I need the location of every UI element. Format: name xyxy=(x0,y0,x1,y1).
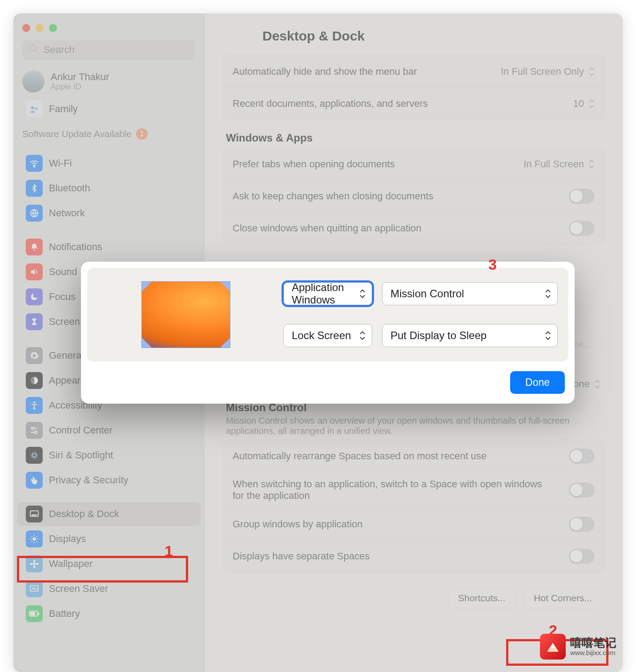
globe-icon xyxy=(26,205,43,222)
row-mc-separate-spaces[interactable]: Displays have separate Spaces xyxy=(223,540,604,572)
flower-icon xyxy=(26,555,43,572)
hot-corner-bottom-left-select[interactable]: Lock Screen xyxy=(283,324,372,347)
row-auto-hide-menubar[interactable]: Automatically hide and show the menu bar… xyxy=(223,56,604,88)
family-icon xyxy=(26,101,43,117)
stepper-icon xyxy=(588,67,595,77)
svg-line-24 xyxy=(36,536,37,537)
stepper-icon xyxy=(545,289,551,299)
row-value: In Full Screen Only xyxy=(501,66,584,77)
group-mission-control: Automatically rearrange Spaces based on … xyxy=(222,440,605,573)
row-mc-auto-rearrange[interactable]: Automatically rearrange Spaces based on … xyxy=(223,440,604,472)
svg-point-9 xyxy=(32,427,34,430)
toggle[interactable] xyxy=(569,189,595,204)
sidebar-item-label: Notifications xyxy=(49,241,192,253)
bell-icon xyxy=(26,239,43,255)
sidebar-item-family[interactable]: Family xyxy=(17,97,201,121)
page-title: Desktop & Dock xyxy=(222,15,605,55)
done-button[interactable]: Done xyxy=(510,371,565,394)
stepper-icon xyxy=(588,159,595,169)
moon-icon xyxy=(26,288,43,305)
button-label: Done xyxy=(525,376,550,388)
row-value: 10 xyxy=(573,98,584,109)
hourglass-icon xyxy=(26,313,43,330)
sidebar-item-label: Privacy & Security xyxy=(49,474,192,486)
minimize-window-button[interactable] xyxy=(36,24,44,32)
row-label: Automatically rearrange Spaces based on … xyxy=(233,450,487,462)
row-label: Automatically hide and show the menu bar xyxy=(233,66,417,77)
sidebar-item-control-center[interactable]: Control Center xyxy=(17,418,201,442)
software-update-label: Software Update Available xyxy=(22,129,132,139)
sidebar-item-siri-spotlight[interactable]: Siri & Spotlight xyxy=(17,443,201,467)
hot-corner-top-right-select[interactable]: Mission Control xyxy=(382,282,558,305)
svg-point-17 xyxy=(32,537,36,540)
select-value: Put Display to Sleep xyxy=(390,329,487,342)
sidebar-item-label: Siri & Spotlight xyxy=(49,449,192,461)
section-desc-mission-control: Mission Control shows an overview of you… xyxy=(226,414,601,436)
row-ask-keep-changes[interactable]: Ask to keep changes when closing documen… xyxy=(223,180,604,212)
toggle[interactable] xyxy=(569,517,595,532)
sidebar-item-wallpaper[interactable]: Wallpaper xyxy=(17,552,201,576)
siri-icon xyxy=(26,447,43,464)
row-mc-group-windows[interactable]: Group windows by application xyxy=(223,508,604,540)
zoom-window-button[interactable] xyxy=(49,24,57,32)
stepper-icon xyxy=(588,99,595,109)
row-value: In Full Screen xyxy=(523,158,584,170)
avatar xyxy=(22,70,44,93)
svg-point-4 xyxy=(34,166,35,167)
search-input[interactable] xyxy=(43,44,189,56)
sidebar-item-label: Wi-Fi xyxy=(49,158,192,169)
settings-window: Ankur Thakur Apple ID Family Software Up… xyxy=(13,13,623,672)
hot-corner-bottom-right-select[interactable]: Put Display to Sleep xyxy=(382,324,558,347)
sidebar-item-label: Family xyxy=(49,103,192,115)
svg-point-2 xyxy=(31,106,34,109)
sidebar-item-privacy-security[interactable]: Privacy & Security xyxy=(17,468,201,492)
sidebar-item-label: Bluetooth xyxy=(49,182,192,194)
battery-icon xyxy=(26,605,43,622)
sidebar-item-desktop-dock[interactable]: Desktop & Dock xyxy=(17,502,201,526)
row-mc-switch-space[interactable]: When switching to an application, switch… xyxy=(223,472,604,508)
search-field[interactable] xyxy=(22,40,195,60)
close-window-button[interactable] xyxy=(22,24,30,32)
sidebar-item-notifications[interactable]: Notifications xyxy=(17,235,201,259)
svg-line-22 xyxy=(32,536,32,537)
svg-point-28 xyxy=(33,565,36,568)
toggle[interactable] xyxy=(569,449,595,464)
row-label: Close windows when quitting an applicati… xyxy=(233,223,421,234)
user-sub: Apple ID xyxy=(51,82,109,92)
hot-corners-button[interactable]: Hot Corners... xyxy=(523,588,602,608)
stepper-icon xyxy=(359,331,366,340)
row-close-on-quit[interactable]: Close windows when quitting an applicati… xyxy=(223,212,604,244)
svg-point-27 xyxy=(33,559,36,562)
sidebar-apple-id[interactable]: Ankur Thakur Apple ID xyxy=(13,67,204,96)
svg-point-6 xyxy=(33,249,35,251)
window-traffic-lights[interactable] xyxy=(13,20,204,40)
row-label: Group windows by application xyxy=(233,518,362,530)
switches-icon xyxy=(26,422,43,439)
sun-icon xyxy=(26,530,43,547)
sidebar-item-displays[interactable]: Displays xyxy=(17,527,201,551)
speaker-icon xyxy=(26,263,43,280)
svg-rect-16 xyxy=(32,514,37,516)
sidebar-item-network[interactable]: Network xyxy=(17,201,201,225)
sidebar-item-battery[interactable]: Battery xyxy=(17,602,201,626)
svg-point-30 xyxy=(36,563,38,565)
user-name: Ankur Thakur xyxy=(51,71,109,82)
toggle[interactable] xyxy=(569,221,595,236)
row-prefer-tabs[interactable]: Prefer tabs when opening documents In Fu… xyxy=(223,148,604,180)
sidebar-item-screen-saver[interactable]: Screen Saver xyxy=(17,577,201,601)
stepper-icon xyxy=(545,331,551,340)
row-recent-items[interactable]: Recent documents, applications, and serv… xyxy=(223,88,604,120)
software-update-note[interactable]: Software Update Available 1 xyxy=(13,122,204,142)
shortcuts-button[interactable]: Shortcuts... xyxy=(448,588,515,608)
toggle[interactable] xyxy=(569,482,595,498)
sidebar-item-wi-fi[interactable]: Wi-Fi xyxy=(17,151,201,175)
sidebar-item-label: Screen Saver xyxy=(49,583,192,595)
toggle[interactable] xyxy=(569,549,595,564)
dock-icon xyxy=(26,506,43,522)
svg-point-13 xyxy=(30,451,38,459)
group-windows-apps: Prefer tabs when opening documents In Fu… xyxy=(222,148,605,245)
button-label: Shortcuts... xyxy=(458,593,505,603)
sidebar-item-bluetooth[interactable]: Bluetooth xyxy=(17,176,201,200)
access-icon xyxy=(26,397,43,414)
hot-corner-top-left-select[interactable]: Application Windows xyxy=(283,282,372,305)
